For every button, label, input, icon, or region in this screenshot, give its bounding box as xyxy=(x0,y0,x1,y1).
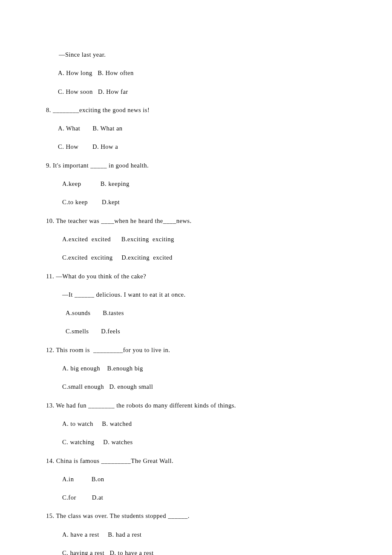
option-line: C. having a rest D. to have a rest xyxy=(46,549,392,555)
option-line: A.excited excited B.exciting exciting xyxy=(46,235,392,243)
question-line: 12. This room is _________for you to liv… xyxy=(46,346,392,354)
option-line: A.keep B. keeping xyxy=(46,179,392,188)
option-line: A.sounds B.tastes xyxy=(46,309,392,317)
question-line: 8. ________exciting the good news is! xyxy=(46,106,392,114)
question-line: 9. It's important _____ in good health. xyxy=(46,161,392,170)
option-line: A. big enough B.enough big xyxy=(46,364,392,373)
question-line: 13. We had fun ________ the robots do ma… xyxy=(46,401,392,410)
question-line: 11. —What do you think of the cake? xyxy=(46,272,392,280)
question-line: 15. The class was over. The students sto… xyxy=(46,512,392,520)
answer-line: —Since last year. xyxy=(46,50,392,59)
answer-line: —It ______ delicious. I want to eat it a… xyxy=(46,290,392,299)
option-line: A. How long B. How often xyxy=(46,69,392,77)
option-line: C. watching D. watches xyxy=(46,438,392,446)
option-line: C.excited exciting D.exciting excited xyxy=(46,253,392,262)
option-line: C.small enough D. enough small xyxy=(46,382,392,391)
option-line: C. How D. How a xyxy=(46,142,392,151)
option-line: A.in B.on xyxy=(46,475,392,483)
option-line: A. to watch B. watched xyxy=(46,419,392,428)
option-line: C.smells D.feels xyxy=(46,327,392,335)
option-line: A. have a rest B. had a rest xyxy=(46,530,392,539)
option-line: C.for D.at xyxy=(46,493,392,502)
worksheet-page: —Since last year. A. How long B. How oft… xyxy=(0,50,392,555)
question-line: 14. China is famous _________The Great W… xyxy=(46,457,392,465)
question-line: 10. The teacher was ____when he heard th… xyxy=(46,217,392,225)
option-line: C. How soon D. How far xyxy=(46,87,392,96)
option-line: C.to keep D.kept xyxy=(46,198,392,206)
option-line: A. What B. What an xyxy=(46,124,392,133)
